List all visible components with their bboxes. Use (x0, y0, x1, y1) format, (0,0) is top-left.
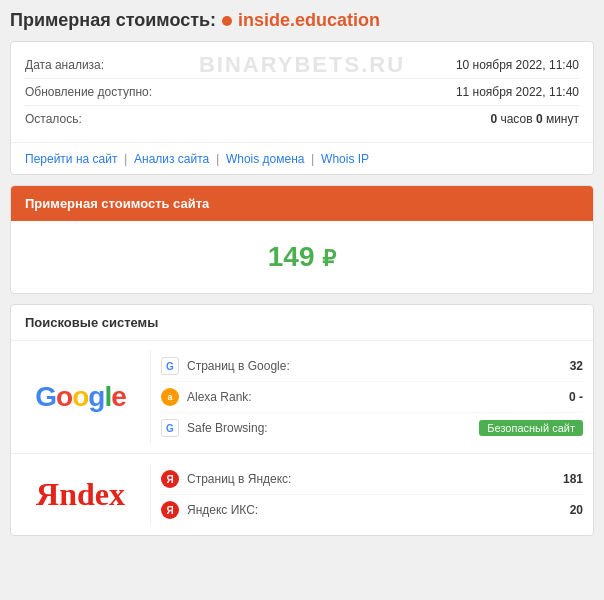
separator-2: | (216, 151, 223, 166)
remaining-value: 0 часов 0 минут (490, 112, 579, 126)
alexa-rank-row: a Alexa Rank: 0 - (161, 382, 583, 413)
yandex-rows: Я Страниц в Яндекс: 181 Я Яндекс ИКС: 20 (151, 464, 593, 525)
update-row: Обновление доступно: 11 ноября 2022, 11:… (25, 79, 579, 106)
cost-amount: 149 (268, 241, 315, 272)
remaining-label: Осталось: (25, 112, 82, 126)
yandex-icon-1: Я (161, 470, 179, 488)
page-title: Примерная стоимость: inside.education (10, 10, 594, 31)
link-analysis[interactable]: Анализ сайта (134, 152, 209, 166)
cost-card: Примерная стоимость сайта 149 ₽ (10, 185, 594, 294)
google-icon-2: G (161, 419, 179, 437)
yandex-ics-label: Яндекс ИКС: (187, 503, 562, 517)
cost-header: Примерная стоимость сайта (11, 186, 593, 221)
safe-browsing-row: G Safe Browsing: Безопасный сайт (161, 413, 583, 443)
yandex-logo: Яndex (11, 464, 151, 525)
watermark: BINARYBETS.RU (199, 52, 405, 78)
google-icon-1: G (161, 357, 179, 375)
yandex-pages-value: 181 (563, 472, 583, 486)
search-section: Поисковые системы Google G Страниц в Goo… (10, 304, 594, 536)
separator-3: | (311, 151, 318, 166)
info-card: Дата анализа: BINARYBETS.RU 10 ноября 20… (10, 41, 594, 175)
link-whois-domain[interactable]: Whois домена (226, 152, 305, 166)
google-pages-row: G Страниц в Google: 32 (161, 351, 583, 382)
cost-currency: ₽ (322, 246, 336, 271)
yandex-section: Яndex Я Страниц в Яндекс: 181 Я Яндекс И… (11, 453, 593, 535)
separator-1: | (124, 151, 131, 166)
analysis-date-label: Дата анализа: (25, 58, 104, 72)
google-rows: G Страниц в Google: 32 a Alexa Rank: 0 -… (151, 351, 593, 443)
google-logo-text: Google (35, 381, 125, 413)
analysis-date-value: 10 ноября 2022, 11:40 (456, 58, 579, 72)
link-visit-site[interactable]: Перейти на сайт (25, 152, 117, 166)
yandex-logo-text: Яndex (36, 476, 125, 513)
link-whois-ip[interactable]: Whois IP (321, 152, 369, 166)
google-section: Google G Страниц в Google: 32 a Alexa Ra… (11, 341, 593, 453)
update-value: 11 ноября 2022, 11:40 (456, 85, 579, 99)
search-header: Поисковые системы (11, 305, 593, 341)
hours-count: 0 часов 0 минут (490, 112, 579, 126)
google-pages-value: 32 (570, 359, 583, 373)
safe-badge: Безопасный сайт (479, 420, 583, 436)
analysis-date-row: Дата анализа: BINARYBETS.RU 10 ноября 20… (25, 52, 579, 79)
page-wrapper: Примерная стоимость: inside.education Да… (0, 0, 604, 556)
google-logo: Google (11, 351, 151, 443)
yandex-ics-row: Я Яндекс ИКС: 20 (161, 495, 583, 525)
alexa-label: Alexa Rank: (187, 390, 561, 404)
google-pages-label: Страниц в Google: (187, 359, 562, 373)
update-label: Обновление доступно: (25, 85, 152, 99)
yandex-ics-value: 20 (570, 503, 583, 517)
yandex-icon-2: Я (161, 501, 179, 519)
safe-browsing-label: Safe Browsing: (187, 421, 471, 435)
site-name: inside.education (238, 10, 380, 31)
red-dot-icon (222, 16, 232, 26)
yandex-pages-label: Страниц в Яндекс: (187, 472, 555, 486)
alexa-icon: a (161, 388, 179, 406)
title-prefix: Примерная стоимость: (10, 10, 216, 31)
yandex-pages-row: Я Страниц в Яндекс: 181 (161, 464, 583, 495)
remaining-row: Осталось: 0 часов 0 минут (25, 106, 579, 132)
links-row: Перейти на сайт | Анализ сайта | Whois д… (11, 142, 593, 174)
cost-value: 149 ₽ (11, 221, 593, 293)
info-table: Дата анализа: BINARYBETS.RU 10 ноября 20… (11, 42, 593, 142)
alexa-value: 0 - (569, 390, 583, 404)
